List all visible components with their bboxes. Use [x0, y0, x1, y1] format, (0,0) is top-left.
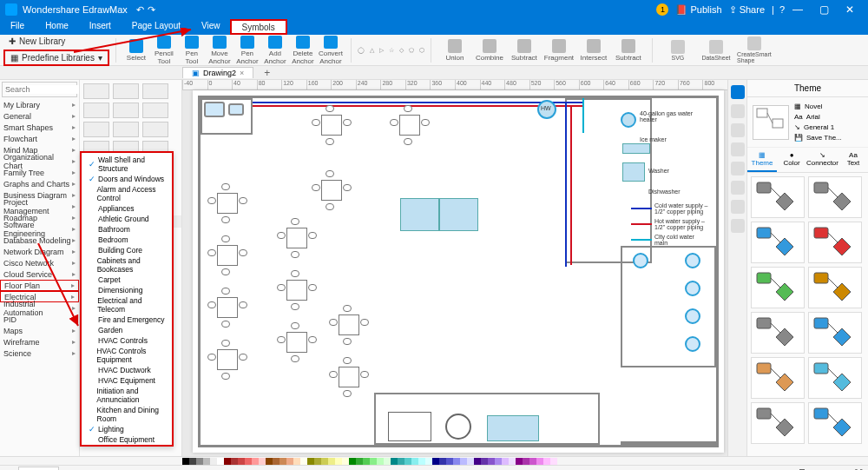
svg-rect-22 [757, 408, 771, 419]
theme-thumbnail[interactable] [808, 357, 862, 399]
submenu-item[interactable]: Garden [82, 325, 172, 335]
theme-thumbnail[interactable] [808, 222, 862, 263]
theme-thumbnail[interactable] [751, 312, 805, 354]
svg-rect-10 [757, 273, 771, 283]
svg-rect-20 [814, 363, 828, 374]
sidebar-item-cisco-network[interactable]: Cisco Network▸ [0, 257, 79, 268]
theme-thumbnail[interactable] [808, 402, 862, 444]
sidebar-item-smart-shapes[interactable]: Smart Shapes▸ [0, 122, 79, 133]
submenu-item[interactable]: Fire and Emergency [82, 314, 172, 325]
sidebar-item-cloud-service[interactable]: Cloud Service▸ [0, 268, 79, 280]
user-badge[interactable]: 1 [656, 3, 668, 16]
ribbon-pencil[interactable]: PencilTool [150, 36, 178, 65]
sidebar-item-floor-plan[interactable]: Floor Plan▸ [0, 280, 79, 291]
floorplan-drawing[interactable]: HW 40-gallon gas water heater Ice maker … [198, 96, 719, 447]
sidebar-item-general[interactable]: General▸ [0, 110, 79, 122]
submenu-item[interactable]: HVAC Equipment [82, 375, 172, 386]
submenu-item[interactable]: Bedroom [82, 235, 172, 245]
menu-tab-view[interactable]: View [191, 19, 231, 35]
predefine-libraries-button[interactable]: ▦ Predefine Libraries ▾ [3, 50, 109, 66]
doc-tab[interactable]: ▣Drawing2× [182, 67, 253, 78]
submenu-item[interactable]: Office Furniture [82, 445, 172, 447]
ribbon-add[interactable]: AddAnchor [261, 36, 289, 65]
new-library-button[interactable]: ✚ New Library [3, 35, 109, 48]
theme-tab-text[interactable]: AaText [838, 148, 868, 172]
submenu-item[interactable]: Office Equipment [82, 434, 172, 445]
ribbon-pen[interactable]: PenTool [178, 36, 206, 65]
sidebar-item-flowchart[interactable]: Flowchart▸ [0, 133, 79, 144]
ribbon-convert[interactable]: ConvertAnchor [317, 36, 345, 65]
ribbon-pen[interactable]: PenAnchor [233, 36, 261, 65]
submenu-item[interactable]: Carpet [82, 275, 172, 285]
ribbon-move[interactable]: MoveAnchor [206, 36, 233, 65]
sidebar-item-database-modeling[interactable]: Database Modeling▸ [0, 235, 79, 246]
submenu-item[interactable]: Dimensioning [82, 285, 172, 295]
submenu-item[interactable]: Electrical and Telecom [82, 295, 172, 314]
submenu-item[interactable]: Bathroom [82, 224, 172, 235]
theme-preview [753, 105, 789, 140]
svg-rect-14 [757, 318, 771, 328]
share-button[interactable]: ⇪ Share [729, 4, 765, 16]
sidebar-item-industrial-automation[interactable]: Industrial Automation▸ [0, 302, 79, 314]
app-title: Wondershare EdrawMax [23, 4, 128, 15]
heater-label: 40-gallon gas water heater [640, 110, 693, 122]
sidebar-item-software-engineering[interactable]: Software Engineering▸ [0, 223, 79, 235]
chevron-right-icon: ▸ [72, 169, 76, 176]
publish-button[interactable]: 📕 Publish [675, 4, 721, 16]
submenu-item[interactable]: Building Core [82, 245, 172, 255]
menu-tab-symbols[interactable]: Symbols [230, 19, 287, 35]
submenu-item[interactable]: Kitchen and Dining Room [82, 405, 172, 424]
sidebar-item-project-management[interactable]: Project Management▸ [0, 201, 79, 212]
menu-tab-page-layout[interactable]: Page Layout [122, 19, 191, 35]
minimize-icon[interactable]: — [785, 3, 811, 16]
submenu-item[interactable]: ✓Doors and Windows [82, 174, 172, 184]
close-icon[interactable]: ✕ [837, 3, 863, 16]
ribbon-delete[interactable]: DeleteAnchor [289, 36, 317, 65]
chevron-right-icon: ▸ [71, 281, 75, 289]
menu-tab-insert[interactable]: Insert [79, 19, 122, 35]
theme-tab-connector[interactable]: ↘Connector [806, 148, 838, 172]
menu-tab-file[interactable]: File [0, 19, 35, 35]
sidebar-item-network-diagram[interactable]: Network Diagram▸ [0, 246, 79, 257]
menu-tab-home[interactable]: Home [35, 19, 79, 35]
theme-tool-icon[interactable] [731, 85, 745, 99]
theme-thumbnail[interactable] [751, 357, 805, 399]
theme-thumbnail[interactable] [751, 402, 805, 444]
search-libraries[interactable]: 🔍 [2, 82, 77, 97]
theme-thumbnail[interactable] [751, 222, 805, 263]
submenu-item[interactable]: Alarm and Access Control [82, 184, 172, 203]
sidebar-item-organizational-chart[interactable]: Organizational Chart▸ [0, 156, 79, 167]
submenu-item[interactable]: Athletic Ground [82, 214, 172, 224]
theme-thumbnail[interactable] [808, 176, 862, 218]
sidebar-item-my-library[interactable]: My Library▸ [0, 99, 79, 110]
canvas-area[interactable]: -400408012016020024028032036040044048052… [182, 80, 727, 456]
chevron-right-icon: ▸ [72, 101, 76, 109]
submenu-item[interactable]: HVAC Ductwork [82, 365, 172, 375]
search-input[interactable] [5, 85, 80, 94]
submenu-item[interactable]: HVAC Controls Equipment [82, 346, 172, 365]
new-tab-button[interactable]: + [255, 66, 279, 80]
theme-thumbnail[interactable] [808, 312, 862, 354]
ribbon-select[interactable]: Select [122, 36, 150, 65]
theme-thumbnail[interactable] [751, 176, 805, 218]
sidebar-item-graphs-and-charts[interactable]: Graphs and Charts▸ [0, 178, 79, 189]
theme-tab-theme[interactable]: ▦Theme [747, 148, 777, 172]
theme-tab-color[interactable]: ●Color [777, 148, 806, 172]
theme-thumbnail[interactable] [808, 267, 862, 308]
submenu-item[interactable]: ✓Lighting [82, 424, 172, 434]
submenu-item[interactable]: Cabinets and Bookcases [82, 255, 172, 275]
sidebar-item-maps[interactable]: Maps▸ [0, 325, 79, 336]
submenu-item[interactable]: Initiation and Annunciation [82, 386, 172, 405]
chevron-right-icon: ▸ [72, 202, 76, 210]
maximize-icon[interactable]: ▢ [811, 3, 837, 16]
submenu-item[interactable]: ✓Wall Shell and Structure [82, 155, 172, 174]
submenu-item[interactable]: HVAC Controls [82, 335, 172, 346]
floorplan-submenu[interactable]: ✓Wall Shell and Structure✓Doors and Wind… [80, 151, 174, 447]
page-tab[interactable]: Page-1 [18, 467, 59, 471]
sidebar-item-science[interactable]: Science▸ [0, 348, 79, 359]
svg-rect-8 [814, 228, 828, 238]
submenu-item[interactable]: Appliances [82, 203, 172, 214]
sidebar-item-wireframe[interactable]: Wireframe▸ [0, 336, 79, 348]
close-tab-icon[interactable]: × [240, 69, 244, 77]
theme-thumbnail[interactable] [751, 267, 805, 308]
